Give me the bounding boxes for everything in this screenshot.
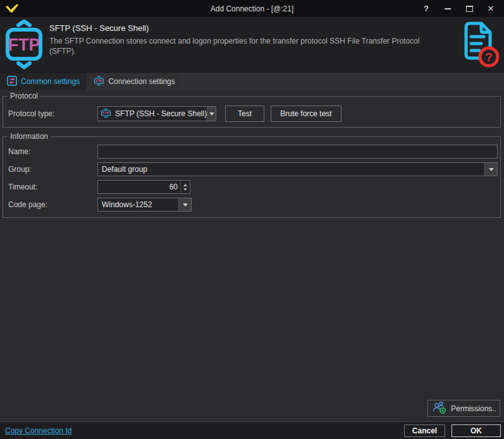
tab-label: Connection settings bbox=[108, 77, 175, 86]
connection-type-title: SFTP (SSH - Secure Shell) bbox=[49, 23, 441, 33]
tab-strip: Common settings FTP Connection settings bbox=[0, 73, 504, 90]
chevron-down-icon bbox=[489, 168, 494, 171]
tab-connection-settings[interactable]: FTP Connection settings bbox=[87, 73, 182, 90]
information-group-title: Information bbox=[8, 132, 51, 141]
dropdown-arrow-button[interactable] bbox=[484, 163, 497, 176]
sliders-icon bbox=[7, 76, 17, 88]
protocol-group: Protocol Protocol type: FTP SFTP (SSH - … bbox=[3, 92, 501, 128]
chevron-down-icon bbox=[183, 203, 188, 207]
permissions-label: Permissions.. bbox=[451, 404, 496, 413]
dropdown-arrow-button[interactable] bbox=[178, 198, 191, 211]
ftp-mini-icon: FTP bbox=[94, 76, 104, 88]
dialog-header: FTP SFTP (SSH - Secure Shell) The SFTP C… bbox=[0, 17, 504, 73]
codepage-label: Code page: bbox=[8, 200, 97, 209]
protocol-type-dropdown[interactable]: FTP SFTP (SSH - Secure Shell) bbox=[97, 106, 216, 121]
protocol-group-title: Protocol bbox=[8, 92, 40, 100]
minimize-button[interactable] bbox=[437, 0, 458, 17]
connection-type-description: The SFTP Connection stores connect and l… bbox=[49, 37, 441, 56]
copy-connection-id-link[interactable]: Copy Connection Id bbox=[5, 426, 71, 435]
chevron-down-icon bbox=[209, 112, 214, 116]
help-button[interactable]: ? bbox=[415, 0, 437, 17]
spin-up-icon bbox=[183, 184, 187, 186]
protocol-type-value: SFTP (SSH - Secure Shell) bbox=[111, 109, 207, 118]
svg-text:FTP: FTP bbox=[96, 79, 103, 83]
spin-buttons[interactable] bbox=[180, 181, 190, 193]
footer-bar: Copy Connection Id Cancel OK bbox=[0, 421, 504, 439]
information-group: Information Name: Group: Default group T… bbox=[3, 132, 501, 218]
group-label: Group: bbox=[8, 165, 97, 174]
maximize-icon bbox=[466, 6, 473, 12]
document-question-icon: ? bbox=[461, 20, 499, 71]
protocol-type-label: Protocol type: bbox=[8, 109, 97, 118]
timeout-input[interactable] bbox=[98, 181, 180, 193]
ftp-connection-icon: FTP bbox=[5, 20, 43, 72]
codepage-dropdown[interactable]: Windows-1252 bbox=[97, 198, 192, 212]
titlebar: Add Connection - [@:21] ? ✕ bbox=[0, 0, 504, 17]
timeout-stepper bbox=[97, 180, 190, 194]
dropdown-arrow-button[interactable] bbox=[207, 107, 216, 121]
group-dropdown[interactable]: Default group bbox=[97, 162, 498, 176]
brute-force-test-button[interactable]: Brute force test bbox=[271, 105, 341, 122]
ftp-mini-icon: FTP bbox=[101, 108, 111, 120]
name-input[interactable] bbox=[97, 145, 498, 159]
app-logo-icon bbox=[5, 4, 19, 13]
tab-label: Common settings bbox=[21, 77, 80, 86]
cancel-button[interactable]: Cancel bbox=[404, 424, 445, 437]
codepage-value: Windows-1252 bbox=[98, 200, 178, 209]
ok-button[interactable]: OK bbox=[452, 424, 501, 437]
maximize-button[interactable] bbox=[458, 0, 480, 17]
test-button[interactable]: Test bbox=[225, 105, 264, 122]
svg-text:FTP: FTP bbox=[102, 111, 109, 115]
users-shield-icon bbox=[433, 401, 446, 416]
group-value: Default group bbox=[98, 165, 484, 174]
minimize-icon bbox=[445, 8, 451, 9]
tab-common-settings[interactable]: Common settings bbox=[0, 73, 87, 90]
permissions-button[interactable]: Permissions.. bbox=[427, 400, 500, 417]
spin-down-icon bbox=[183, 188, 187, 191]
timeout-label: Timeout: bbox=[8, 183, 97, 191]
dialog-content: Protocol Protocol type: FTP SFTP (SSH - … bbox=[0, 90, 504, 439]
name-label: Name: bbox=[8, 147, 97, 156]
close-button[interactable]: ✕ bbox=[480, 0, 501, 17]
ftp-icon-text: FTP bbox=[8, 35, 40, 54]
svg-text:?: ? bbox=[485, 51, 493, 64]
